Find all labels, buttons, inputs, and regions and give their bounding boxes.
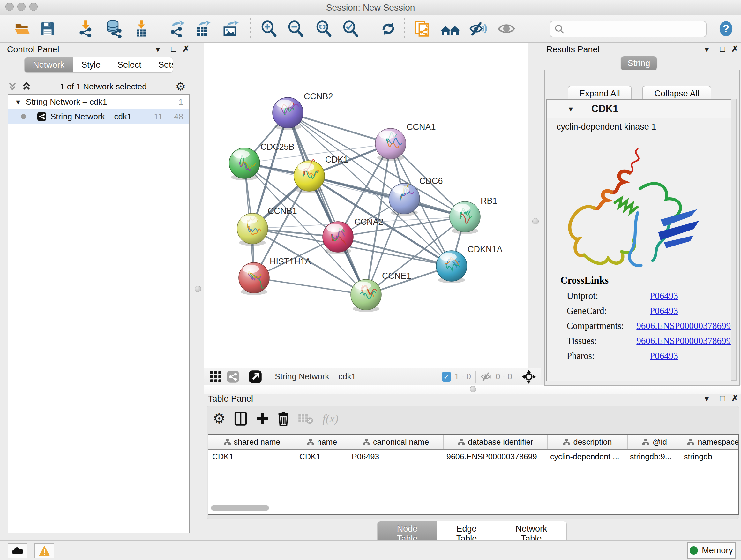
column-header-description[interactable]: description [548,435,628,449]
results-panel-dock-button[interactable]: □ [720,44,725,54]
collection-expander-icon[interactable]: ▾ [16,97,20,107]
table-cell[interactable]: cyclin-dependent ... [546,452,626,461]
protein-header-row[interactable]: ▾ CDK1 [547,100,731,118]
table-cell[interactable]: CDK1 [295,452,348,461]
open-in-window-icon[interactable] [249,370,262,383]
column-header-canonical-name[interactable]: canonical name [348,435,444,449]
network-node-cdk1[interactable]: CDK1 [294,155,348,193]
string-network-graph[interactable]: CCNB2CCNA1CDC25BCDK1CDC6RB1CCNB1CCNA2CDK… [204,43,529,368]
column-header-name[interactable]: name [296,435,348,449]
fit-content-crosshair-icon[interactable] [522,369,536,384]
left-splitter-handle[interactable] [195,286,201,292]
table-cell[interactable]: P06493 [348,452,443,461]
column-header-shared-name[interactable]: shared name [208,435,296,449]
tab-select[interactable]: Select [109,57,150,72]
network-node-cdc6[interactable]: CDC6 [389,176,443,216]
network-node-cdc25b[interactable]: CDC25B [229,142,294,180]
apply-layout-button[interactable] [379,19,398,38]
network-edge[interactable] [288,113,391,144]
add-column-plus-icon[interactable] [256,412,269,425]
expand-all-chevron-icon[interactable] [22,81,31,92]
search-input[interactable] [567,24,703,35]
right-splitter-handle[interactable] [532,218,539,225]
network-node-ccnb1[interactable]: CCNB1 [237,206,297,246]
protein-expander-icon[interactable]: ▾ [569,104,573,114]
toolbar-separator [68,18,68,39]
tab-network[interactable]: Network [24,57,73,72]
memory-label: Memory [702,546,733,556]
network-node-cdkn1a[interactable]: CDKN1A [436,245,502,283]
control-panel-close-button[interactable]: ✗ [183,44,190,54]
table-horizontal-scrollbar[interactable] [211,505,269,510]
cloud-status-button[interactable] [8,543,27,558]
results-panel-float-button[interactable]: ▾ [704,45,709,55]
network-results-splitter[interactable] [529,43,542,368]
zoom-in-button[interactable] [260,19,278,38]
show-columns-icon[interactable] [234,412,247,426]
show-hidden-button[interactable] [497,19,516,38]
import-network-file-button[interactable] [77,19,95,38]
crosslink-link[interactable]: 9606.ENSP00000378699 [636,335,731,346]
results-panel-close-button[interactable]: ✗ [731,44,738,54]
network-row[interactable]: String Network – cdk1 11 48 [8,109,189,124]
results-scrollbar-track[interactable] [731,99,737,381]
warnings-button[interactable] [35,543,54,558]
netbar-separator [517,371,517,383]
import-table-file-button[interactable] [132,19,151,38]
network-collection-row[interactable]: ▾ String Network – cdk1 1 [8,95,189,109]
network-canvas[interactable]: CCNB2CCNA1CDC25BCDK1CDC6RB1CCNB1CCNA2CDK… [204,43,529,368]
node-table[interactable]: shared namenamecanonical namedatabase id… [208,434,739,515]
control-panel-dock-button[interactable]: □ [171,44,176,54]
zoom-selected-button[interactable] [341,19,360,38]
network-view-toolbar: String Network – cdk1 ✓ 1 - 0 0 - 0 [204,368,541,385]
search-field[interactable] [549,21,706,37]
network-node-ccna1[interactable]: CCNA1 [375,122,436,161]
table-panel-splitter[interactable] [204,385,741,394]
export-table-button[interactable] [193,19,212,38]
selected-checkbox-icon[interactable]: ✓ [442,372,451,381]
tab-sets[interactable]: Sets [150,57,173,72]
zoom-out-button[interactable] [286,19,305,38]
table-panel-float-button[interactable]: ▾ [704,394,709,404]
table-data-row[interactable]: CDK1CDK1P064939606.ENSP00000378699cyclin… [208,450,738,463]
duplicate-network-button[interactable] [414,19,432,38]
crosslink-link[interactable]: P06493 [650,351,678,361]
table-cell[interactable]: stringdb [680,452,739,461]
show-all-networks-button[interactable] [441,19,460,38]
table-options-gear-icon[interactable]: ⚙ [213,410,225,427]
import-network-database-button[interactable] [105,19,123,38]
network-options-gear-icon[interactable]: ⚙ [176,80,186,93]
crosslink-link[interactable]: P06493 [650,291,678,301]
save-session-button[interactable] [38,19,57,38]
memory-button[interactable]: Memory [687,542,736,559]
table-cell[interactable]: stringdb:9... [626,452,680,461]
network-icon-gray[interactable] [226,370,239,383]
help-button[interactable]: ? [717,19,735,38]
column-header-database-identifier[interactable]: database identifier [444,435,548,449]
network-node-ccne1[interactable]: CCNE1 [351,271,411,312]
export-network-button[interactable] [168,19,186,38]
table-panel-close-button[interactable]: ✗ [731,393,738,403]
crosslink-link[interactable]: P06493 [650,306,678,316]
grid-view-icon[interactable] [209,370,222,383]
delete-column-trash-icon[interactable] [278,412,289,426]
crosslink-link[interactable]: 9606.ENSP00000378699 [636,320,731,331]
network-node-rb1[interactable]: RB1 [450,196,497,234]
open-session-button[interactable] [13,19,31,38]
horizontal-splitter-handle[interactable] [470,386,476,392]
column-header-@id[interactable]: @id [628,435,682,449]
export-image-button[interactable] [221,19,240,38]
zoom-fit-button[interactable] [315,19,333,38]
control-panel-float-button[interactable]: ▾ [156,45,160,55]
results-tab-string[interactable]: String [621,56,657,70]
warning-triangle-icon [39,545,50,556]
network-edge[interactable] [254,278,366,295]
network-node-hist1h1a[interactable]: HIST1H1A [239,257,311,295]
collapse-all-chevron-icon[interactable] [8,81,17,92]
tab-style[interactable]: Style [73,57,109,72]
table-panel-dock-button[interactable]: □ [720,393,725,403]
column-header-namespace[interactable]: namespace [682,435,739,449]
table-cell[interactable]: CDK1 [208,452,295,461]
hide-selected-button[interactable] [468,19,487,38]
table-cell[interactable]: 9606.ENSP00000378699 [443,452,546,461]
